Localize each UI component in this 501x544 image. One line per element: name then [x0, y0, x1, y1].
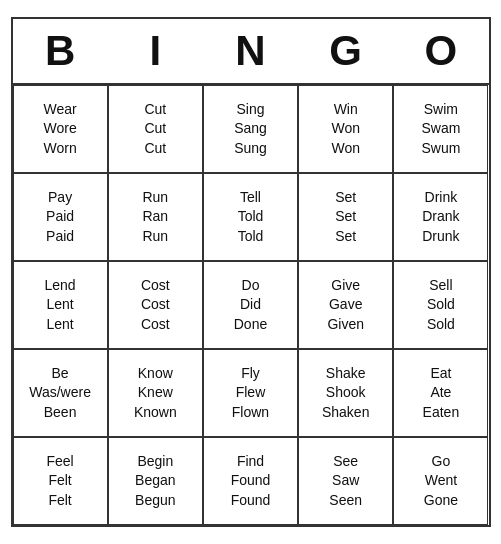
bingo-cell[interactable]: BeWas/wereBeen: [13, 349, 108, 437]
header-letter: B: [13, 19, 108, 83]
bingo-cell[interactable]: RunRanRun: [108, 173, 203, 261]
bingo-cell[interactable]: SetSetSet: [298, 173, 393, 261]
bingo-cell[interactable]: ShakeShookShaken: [298, 349, 393, 437]
bingo-cell[interactable]: PayPaidPaid: [13, 173, 108, 261]
bingo-cell[interactable]: FeelFeltFelt: [13, 437, 108, 525]
header-letter: G: [298, 19, 393, 83]
bingo-card: BINGO WearWoreWornCutCutCutSingSangSungW…: [11, 17, 491, 527]
header-letter: I: [108, 19, 203, 83]
bingo-cell[interactable]: EatAteEaten: [393, 349, 488, 437]
bingo-cell[interactable]: GiveGaveGiven: [298, 261, 393, 349]
bingo-cell[interactable]: CostCostCost: [108, 261, 203, 349]
bingo-cell[interactable]: SingSangSung: [203, 85, 298, 173]
header-letter: O: [393, 19, 488, 83]
bingo-cell[interactable]: FindFoundFound: [203, 437, 298, 525]
bingo-cell[interactable]: TellToldTold: [203, 173, 298, 261]
bingo-cell[interactable]: SellSoldSold: [393, 261, 488, 349]
bingo-grid: WearWoreWornCutCutCutSingSangSungWinWonW…: [13, 85, 489, 525]
header-letter: N: [203, 19, 298, 83]
bingo-cell[interactable]: DrinkDrankDrunk: [393, 173, 488, 261]
bingo-cell[interactable]: LendLentLent: [13, 261, 108, 349]
bingo-header: BINGO: [13, 19, 489, 85]
bingo-cell[interactable]: KnowKnewKnown: [108, 349, 203, 437]
bingo-cell[interactable]: CutCutCut: [108, 85, 203, 173]
bingo-cell[interactable]: SeeSawSeen: [298, 437, 393, 525]
bingo-cell[interactable]: WinWonWon: [298, 85, 393, 173]
bingo-cell[interactable]: DoDidDone: [203, 261, 298, 349]
bingo-cell[interactable]: WearWoreWorn: [13, 85, 108, 173]
bingo-cell[interactable]: BeginBeganBegun: [108, 437, 203, 525]
bingo-cell[interactable]: GoWentGone: [393, 437, 488, 525]
bingo-cell[interactable]: FlyFlewFlown: [203, 349, 298, 437]
bingo-cell[interactable]: SwimSwamSwum: [393, 85, 488, 173]
